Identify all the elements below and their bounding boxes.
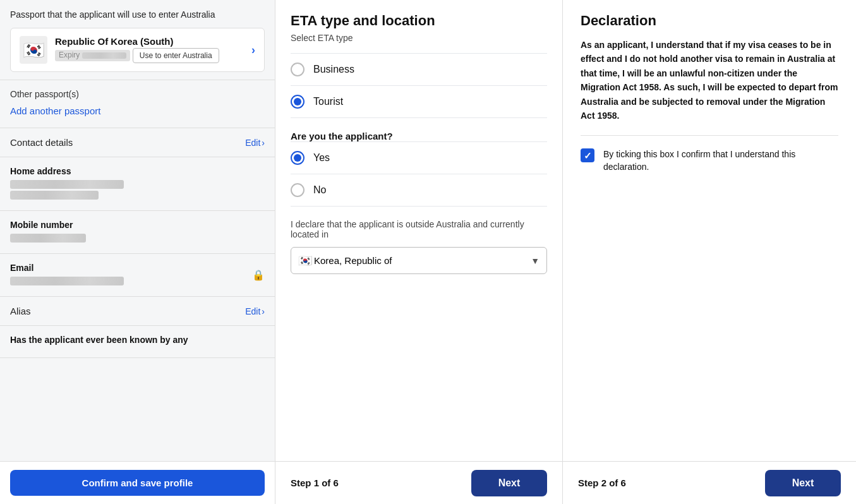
expiry-blurred — [82, 52, 126, 59]
left-panel: Passport that the applicant will use to … — [0, 0, 275, 461]
applicant-yes[interactable]: Yes — [291, 141, 547, 174]
contact-chevron-icon: › — [262, 138, 265, 148]
mobile-blurred — [10, 234, 86, 243]
contact-edit-link[interactable]: Edit › — [245, 138, 265, 148]
footer: Confirm and save profile Step 1 of 6 Nex… — [0, 461, 856, 504]
eta-type-business[interactable]: Business — [291, 53, 547, 86]
applicant-group: Yes No — [291, 141, 547, 207]
no-label: No — [313, 184, 326, 196]
footer-middle: Step 1 of 6 Next — [275, 462, 563, 504]
checkmark-icon: ✓ — [584, 151, 592, 160]
passport-card[interactable]: 🇰🇷 Republic Of Korea (South) Expiry Use … — [10, 28, 265, 73]
passport-expiry: Expiry — [55, 50, 130, 61]
contact-details-label: Contact details — [10, 137, 73, 148]
step2-label: Step 2 of 6 — [578, 477, 626, 488]
middle-panel: ETA type and location Select ETA type Bu… — [275, 0, 563, 461]
alias-header: Alias Edit › — [0, 297, 275, 326]
eta-type-group: Business Tourist — [291, 53, 547, 118]
next1-button[interactable]: Next — [471, 470, 547, 496]
home-address-section: Home address — [0, 157, 275, 211]
email-section: Email 🔒 — [0, 254, 275, 297]
alias-chevron-icon: › — [262, 306, 265, 316]
applicant-no[interactable]: No — [291, 174, 547, 207]
tourist-radio[interactable] — [291, 95, 304, 109]
eta-content: ETA type and location Select ETA type Bu… — [275, 0, 562, 461]
email-content: Email — [10, 263, 124, 287]
lock-icon: 🔒 — [252, 269, 265, 281]
country-select-wrapper: 🇰🇷 Korea, Republic of ▼ — [291, 247, 547, 274]
add-passport-link[interactable]: Add another passport — [10, 103, 265, 119]
use-to-enter-button[interactable]: Use to enter Australia — [133, 48, 219, 63]
declaration-title: Declaration — [581, 13, 838, 29]
other-passports-label: Other passport(s) — [10, 89, 265, 99]
known-by-label: Has the applicant ever been known by any — [10, 335, 265, 345]
eta-type-tourist[interactable]: Tourist — [291, 86, 547, 118]
footer-left: Confirm and save profile — [0, 462, 275, 504]
declaration-divider — [581, 135, 838, 136]
passport-header: Passport that the applicant will use to … — [0, 0, 275, 80]
business-radio[interactable] — [291, 63, 304, 76]
alias-edit-link[interactable]: Edit › — [245, 306, 265, 316]
home-address-label: Home address — [10, 166, 265, 176]
confirm-save-button[interactable]: Confirm and save profile — [10, 470, 265, 496]
yes-label: Yes — [313, 152, 330, 164]
home-address-blurred-2 — [10, 191, 99, 200]
declaration-text: As an applicant, I understand that if my… — [581, 38, 838, 123]
home-address-blurred-1 — [10, 180, 124, 189]
passport-chevron-icon: › — [251, 44, 255, 57]
applicant-question: Are you the applicant? — [291, 131, 547, 141]
declaration-content: Declaration As an applicant, I understan… — [563, 0, 856, 461]
email-row: Email 🔒 — [10, 263, 265, 287]
declare-text: I declare that the applicant is outside … — [291, 219, 547, 239]
email-label: Email — [10, 263, 124, 273]
country-select[interactable]: Korea, Republic of — [291, 247, 547, 274]
declare-section: I declare that the applicant is outside … — [291, 219, 547, 274]
contact-details-header: Contact details Edit › — [0, 128, 275, 157]
tourist-label: Tourist — [313, 96, 343, 107]
korea-flag-icon: 🇰🇷 — [20, 36, 47, 64]
eta-subtitle: Select ETA type — [291, 33, 547, 43]
business-label: Business — [313, 64, 354, 75]
mobile-number-label: Mobile number — [10, 220, 265, 230]
next2-button[interactable]: Next — [765, 470, 841, 496]
other-passports-section: Other passport(s) Add another passport — [0, 80, 275, 128]
right-panel: Declaration As an applicant, I understan… — [563, 0, 856, 461]
mobile-number-section: Mobile number — [0, 211, 275, 254]
checkbox-label: By ticking this box I confirm that I und… — [603, 148, 838, 173]
no-radio[interactable] — [291, 183, 304, 197]
yes-radio[interactable] — [291, 151, 304, 165]
email-blurred — [10, 277, 124, 285]
step1-label: Step 1 of 6 — [291, 477, 339, 488]
passport-country: Republic Of Korea (South) — [55, 36, 219, 47]
alias-label: Alias — [10, 306, 31, 316]
footer-right: Step 2 of 6 Next — [563, 462, 856, 504]
passport-card-left: 🇰🇷 Republic Of Korea (South) Expiry Use … — [20, 36, 219, 64]
passport-info: Republic Of Korea (South) Expiry Use to … — [55, 36, 219, 64]
eta-title: ETA type and location — [291, 13, 547, 29]
declaration-checkbox-row: ✓ By ticking this box I confirm that I u… — [581, 148, 838, 173]
known-by-section: Has the applicant ever been known by any — [0, 326, 275, 358]
declaration-checkbox[interactable]: ✓ — [581, 148, 594, 162]
passport-header-title: Passport that the applicant will use to … — [10, 9, 265, 21]
